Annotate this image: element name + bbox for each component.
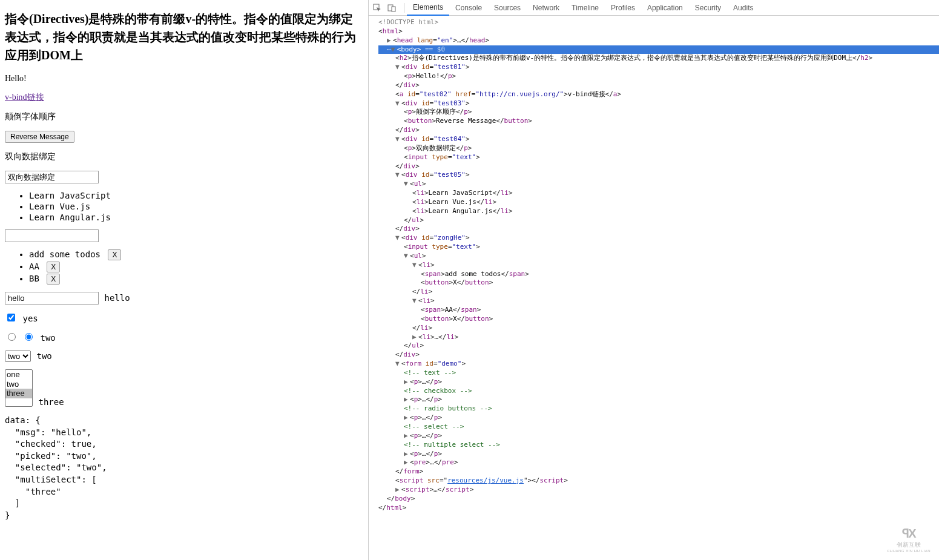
- expand-icon[interactable]: ▶: [387, 36, 393, 45]
- msg-input[interactable]: [5, 292, 99, 305]
- test04-p[interactable]: <p>双向数据绑定</p>: [378, 144, 939, 153]
- todo-delete-button[interactable]: X: [47, 262, 60, 272]
- list-item: Learn Vue.js: [29, 202, 363, 211]
- body-node-selected[interactable]: ⋯▼<body> == $0: [378, 45, 939, 54]
- todo-input[interactable]: [5, 229, 99, 242]
- devtools-panel: Elements Console Sources Network Timelin…: [368, 0, 939, 560]
- multi-select[interactable]: one two three: [5, 369, 33, 407]
- test04-open[interactable]: ▼<div id="test04">: [378, 135, 939, 144]
- tab-sources[interactable]: Sources: [488, 0, 527, 16]
- ul-close: </ul>: [378, 341, 939, 351]
- ul-close: </ul>: [378, 216, 939, 225]
- li-node[interactable]: <li>Learn JavaScript</li>: [378, 189, 939, 198]
- page-heading: 指令(Directives)是特殊的带有前缀v-的特性。指令的值限定为绑定表达式…: [5, 10, 363, 64]
- zonghe-li2[interactable]: ▼<li>: [378, 297, 939, 306]
- tab-security[interactable]: Security: [689, 0, 727, 16]
- h2-node[interactable]: <h2>指令(Directives)是特殊的带有前缀v-的特性。指令的值限定为绑…: [378, 54, 939, 63]
- vbind-link[interactable]: v-bind链接: [5, 93, 44, 102]
- todo-delete-button[interactable]: X: [47, 274, 60, 285]
- pre-collapsed[interactable]: ▶<pre>…</pre>: [378, 458, 939, 467]
- form-open[interactable]: ▼<form id="demo">: [378, 360, 939, 369]
- form-close: </form>: [378, 467, 939, 476]
- multi-option[interactable]: three: [5, 389, 32, 398]
- tab-console[interactable]: Console: [449, 0, 488, 16]
- tab-application[interactable]: Application: [641, 0, 689, 16]
- test05-ul[interactable]: ▼<ul>: [378, 180, 939, 189]
- zonghe-span1[interactable]: <span>add some todos</span>: [378, 270, 939, 279]
- todo-list: add some todos X AA X BB X: [5, 249, 363, 285]
- script-collapsed[interactable]: ▶<script>…</script>: [378, 486, 939, 495]
- test01-block: Hello!: [5, 74, 363, 84]
- todo-item: AA X: [29, 262, 363, 272]
- a-node[interactable]: <a id="test02" href="http://cn.vuejs.org…: [378, 90, 939, 99]
- head-node[interactable]: ▶<head lang="en">…</head>: [378, 36, 939, 45]
- test03-p[interactable]: <p>颠倒字体顺序</p>: [378, 108, 939, 117]
- zonghe-span2[interactable]: <span>AA</span>: [378, 306, 939, 315]
- zonghe-close: </div>: [378, 351, 939, 360]
- li-close: </li>: [378, 288, 939, 297]
- list-item: Learn JavaScript: [29, 191, 363, 200]
- rendered-page: 指令(Directives)是特殊的带有前缀v-的特性。指令的值限定为绑定表达式…: [0, 0, 368, 560]
- checked-label: yes: [23, 314, 38, 323]
- tab-timeline[interactable]: Timeline: [565, 0, 605, 16]
- test03-close: </div>: [378, 126, 939, 135]
- list-item: Learn Angular.js: [29, 212, 363, 222]
- radio-two[interactable]: [25, 333, 33, 341]
- reverse-label: 颠倒字体顺序: [5, 111, 363, 122]
- select-echo: two: [37, 351, 52, 361]
- test03-block: 颠倒字体顺序 Reverse Message: [5, 111, 363, 143]
- learn-list: Learn JavaScript Learn Vue.js Learn Angu…: [5, 191, 363, 222]
- tab-elements[interactable]: Elements: [407, 0, 449, 16]
- p-collapsed[interactable]: ▶<p>…</p>: [378, 395, 939, 404]
- html-open[interactable]: <html>: [378, 27, 939, 36]
- li-node[interactable]: <li>Learn Angular.js</li>: [378, 207, 939, 216]
- watermark: ꟼX 创新互联 CHUANG XIN HU LIAN: [887, 526, 931, 553]
- separator: [404, 3, 404, 13]
- multi-option[interactable]: one: [5, 370, 32, 380]
- zonghe-ul[interactable]: ▼<ul>: [378, 252, 939, 261]
- test03-btn[interactable]: <button>Reverse Message</button>: [378, 117, 939, 126]
- device-icon[interactable]: [387, 3, 397, 13]
- li-node[interactable]: <li>Learn Vue.js</li>: [378, 198, 939, 207]
- twoway-label: 双向数据绑定: [5, 151, 363, 162]
- twoway-input[interactable]: [5, 171, 99, 183]
- comment-node: <!-- select -->: [378, 423, 939, 432]
- zonghe-input[interactable]: <input type="text">: [378, 243, 939, 252]
- multi-option[interactable]: two: [5, 380, 32, 389]
- inspect-icon[interactable]: [372, 3, 382, 13]
- reverse-message-button[interactable]: Reverse Message: [5, 131, 74, 143]
- zonghe-btn2[interactable]: <button>X</button>: [378, 315, 939, 324]
- comment-node: <!-- text -->: [378, 369, 939, 378]
- dom-tree[interactable]: <!DOCTYPE html> <html> ▶<head lang="en">…: [369, 16, 939, 560]
- test03-open[interactable]: ▼<div id="test03">: [378, 99, 939, 108]
- p-collapsed[interactable]: ▶<p>…</p>: [378, 413, 939, 423]
- script-node[interactable]: <script src="resources/js/vue.js"></scri…: [378, 476, 939, 486]
- p-collapsed[interactable]: ▶<p>…</p>: [378, 432, 939, 441]
- test05-open[interactable]: ▼<div id="test05">: [378, 171, 939, 180]
- tab-profiles[interactable]: Profiles: [605, 0, 641, 16]
- tab-audits[interactable]: Audits: [727, 0, 759, 16]
- test04-block: 双向数据绑定: [5, 151, 363, 183]
- p-collapsed[interactable]: ▶<p>…</p>: [378, 378, 939, 387]
- data-pre: data: { "msg": "hello", "checked": true,…: [5, 415, 363, 521]
- demo-form: hello yes two two two one two three thre…: [5, 292, 363, 521]
- li-close: </li>: [378, 324, 939, 333]
- comment-node: <!-- checkbox -->: [378, 387, 939, 396]
- tab-network[interactable]: Network: [527, 0, 565, 16]
- single-select[interactable]: two: [5, 351, 31, 362]
- zonghe-li3[interactable]: ▶<li>…</li>: [378, 333, 939, 342]
- todo-item: BB X: [29, 274, 363, 285]
- test04-input[interactable]: <input type="text">: [378, 153, 939, 162]
- test01-p[interactable]: <p>Hello!</p>: [378, 72, 939, 81]
- radio-one[interactable]: [8, 333, 16, 341]
- zonghe-open[interactable]: ▼<div id="zongHe">: [378, 234, 939, 243]
- p-collapsed[interactable]: ▶<p>…</p>: [378, 450, 939, 459]
- todo-delete-button[interactable]: X: [108, 249, 121, 260]
- zonghe-btn1[interactable]: <button>X</button>: [378, 278, 939, 288]
- comment-node: <!-- multiple select -->: [378, 441, 939, 450]
- checked-checkbox[interactable]: [7, 314, 15, 321]
- zonghe-li1[interactable]: ▼<li>: [378, 261, 939, 270]
- test01-open[interactable]: ▼<div id="test01">: [378, 63, 939, 72]
- test01-close: </div>: [378, 81, 939, 90]
- html-close: </html>: [378, 504, 939, 513]
